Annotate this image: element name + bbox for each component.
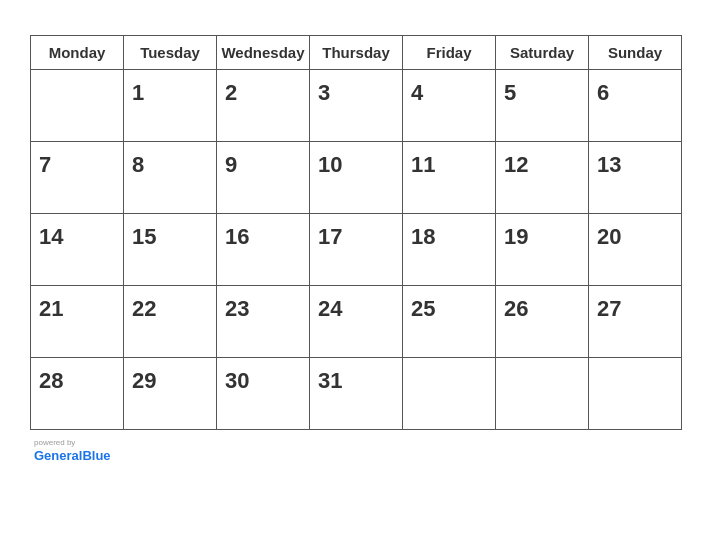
calendar-cell: 18 [403, 214, 496, 286]
calendar-cell: 9 [217, 142, 310, 214]
week-row-3: 14151617181920 [31, 214, 682, 286]
calendar-cell: 1 [124, 70, 217, 142]
calendar-cell: 14 [31, 214, 124, 286]
calendar-cell [496, 358, 589, 430]
calendar-table: MondayTuesdayWednesdayThursdayFridaySatu… [30, 35, 682, 430]
calendar-cell: 7 [31, 142, 124, 214]
calendar-cell: 29 [124, 358, 217, 430]
calendar-cell: 13 [589, 142, 682, 214]
week-row-1: 123456 [31, 70, 682, 142]
calendar-cell: 30 [217, 358, 310, 430]
calendar-cell: 25 [403, 286, 496, 358]
calendar-cell: 20 [589, 214, 682, 286]
calendar-cell: 2 [217, 70, 310, 142]
calendar-cell [403, 358, 496, 430]
day-header-thursday: Thursday [310, 36, 403, 70]
calendar-cell: 19 [496, 214, 589, 286]
calendar-cell: 5 [496, 70, 589, 142]
week-row-4: 21222324252627 [31, 286, 682, 358]
calendar-cell: 15 [124, 214, 217, 286]
day-header-saturday: Saturday [496, 36, 589, 70]
day-header-row: MondayTuesdayWednesdayThursdayFridaySatu… [31, 36, 682, 70]
calendar-cell: 27 [589, 286, 682, 358]
calendar-cell: 17 [310, 214, 403, 286]
calendar-cell [589, 358, 682, 430]
calendar-cell: 22 [124, 286, 217, 358]
calendar-cell: 10 [310, 142, 403, 214]
brand-name: GeneralBlue [34, 448, 111, 464]
calendar-cell: 4 [403, 70, 496, 142]
calendar-cell: 24 [310, 286, 403, 358]
calendar-cell: 28 [31, 358, 124, 430]
calendar-cell: 3 [310, 70, 403, 142]
calendar-cell: 23 [217, 286, 310, 358]
day-header-sunday: Sunday [589, 36, 682, 70]
calendar-cell: 12 [496, 142, 589, 214]
powered-by-text: powered by [34, 438, 111, 448]
day-header-tuesday: Tuesday [124, 36, 217, 70]
calendar-cell: 8 [124, 142, 217, 214]
calendar-cell [31, 70, 124, 142]
calendar-cell: 21 [31, 286, 124, 358]
calendar-cell: 11 [403, 142, 496, 214]
day-header-wednesday: Wednesday [217, 36, 310, 70]
week-row-2: 78910111213 [31, 142, 682, 214]
calendar-cell: 16 [217, 214, 310, 286]
day-header-monday: Monday [31, 36, 124, 70]
week-row-5: 28293031 [31, 358, 682, 430]
calendar-cell: 31 [310, 358, 403, 430]
footer: powered by GeneralBlue [30, 438, 682, 463]
day-header-friday: Friday [403, 36, 496, 70]
calendar-cell: 6 [589, 70, 682, 142]
calendar-cell: 26 [496, 286, 589, 358]
